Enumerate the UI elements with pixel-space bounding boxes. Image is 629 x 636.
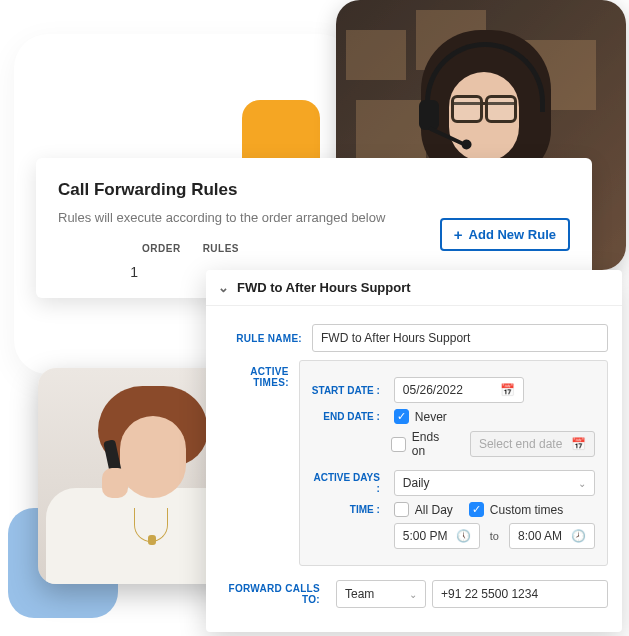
calendar-icon: 📅 [500, 383, 515, 397]
plus-icon: + [454, 227, 463, 242]
custom-times-checkbox[interactable]: ✓ [469, 502, 484, 517]
forward-number-input[interactable] [432, 580, 608, 608]
label-start-date: START DATE : [312, 385, 388, 396]
forward-target-value: Team [345, 587, 374, 601]
never-label: Never [415, 410, 447, 424]
label-active-days: ACTIVE DAYS : [312, 472, 388, 494]
ends-on-label: Ends on [412, 430, 454, 458]
time-from-field[interactable]: 5:00 PM 🕔 [394, 523, 480, 549]
rule-name-input[interactable] [312, 324, 608, 352]
end-date-field[interactable]: Select end date 📅 [470, 431, 595, 457]
label-forward-to: FORWARD CALLS TO: [220, 583, 330, 605]
col-order: ORDER [142, 243, 181, 254]
col-rules: RULES [203, 243, 239, 254]
custom-times-label: Custom times [490, 503, 563, 517]
active-days-select[interactable]: Daily ⌄ [394, 470, 595, 496]
calendar-icon: 📅 [571, 437, 586, 451]
all-day-checkbox[interactable] [394, 502, 409, 517]
ends-on-checkbox[interactable] [391, 437, 406, 452]
all-day-label: All Day [415, 503, 453, 517]
label-rule-name: RULE NAME: [220, 333, 312, 344]
start-date-field[interactable]: 05/26/2022 📅 [394, 377, 524, 403]
label-end-date: END DATE : [312, 411, 388, 422]
active-days-value: Daily [403, 476, 430, 490]
start-date-value: 05/26/2022 [403, 383, 463, 397]
label-active-times: ACTIVE TIMES: [220, 360, 299, 388]
chevron-down-icon: ⌄ [409, 589, 417, 600]
clock-icon: 🕗 [571, 529, 586, 543]
time-from-value: 5:00 PM [403, 529, 448, 543]
time-to-value: 8:00 AM [518, 529, 562, 543]
rule-order-value: 1 [58, 264, 168, 280]
add-new-rule-button[interactable]: + Add New Rule [440, 218, 570, 251]
clock-icon: 🕔 [456, 529, 471, 543]
chevron-down-icon: ⌄ [578, 478, 586, 489]
rules-title: Call Forwarding Rules [58, 180, 570, 200]
end-date-placeholder: Select end date [479, 437, 562, 451]
add-rule-label: Add New Rule [469, 227, 556, 242]
never-checkbox[interactable]: ✓ [394, 409, 409, 424]
detail-header[interactable]: ⌄ FWD to After Hours Support [206, 270, 622, 306]
active-times-box: START DATE : 05/26/2022 📅 END DATE : ✓ N… [299, 360, 608, 566]
time-to-field[interactable]: 8:00 AM 🕗 [509, 523, 595, 549]
time-to-word: to [486, 530, 503, 542]
detail-header-title: FWD to After Hours Support [237, 280, 411, 295]
chevron-down-icon: ⌄ [218, 280, 229, 295]
label-time: TIME : [312, 504, 388, 515]
forward-target-select[interactable]: Team ⌄ [336, 580, 426, 608]
rule-detail-panel: ⌄ FWD to After Hours Support RULE NAME: … [206, 270, 622, 632]
